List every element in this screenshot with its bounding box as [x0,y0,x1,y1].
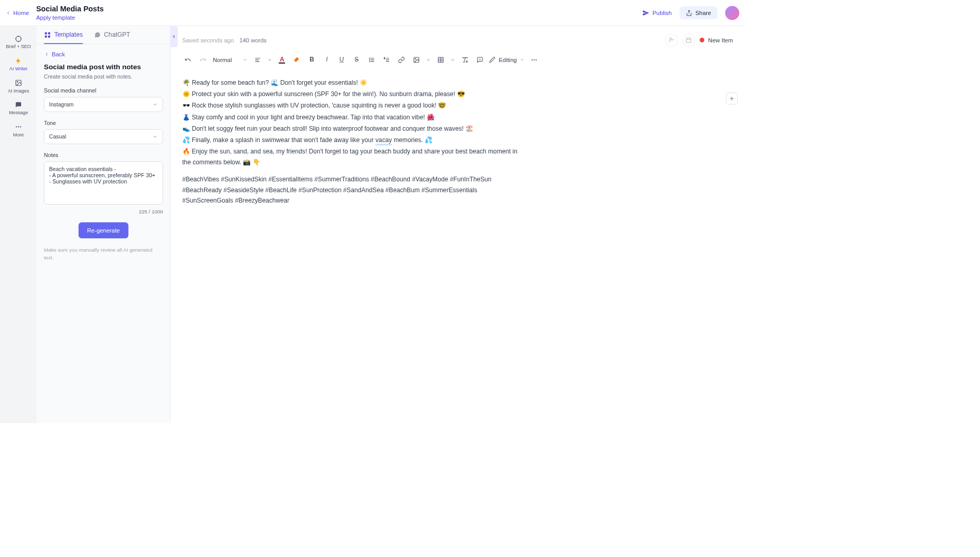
style-value: Normal [213,56,232,63]
comment-button[interactable] [474,54,485,65]
svg-rect-13 [45,36,47,38]
publish-button[interactable]: Publish [642,9,672,17]
document-body[interactable]: 🌴 Ready for some beach fun? 🌊 Don't forg… [170,70,539,214]
svg-rect-11 [45,33,47,35]
doc-line: 🕶️ Rock those stylish sunglasses with UV… [182,100,524,111]
undo-button[interactable] [182,54,193,65]
underline-button[interactable]: U [336,54,347,65]
avatar[interactable] [725,6,739,20]
align-button[interactable] [252,54,263,65]
chatgpt-icon [94,32,101,39]
spellcheck-word[interactable]: vacay [376,136,392,143]
share-button[interactable]: Share [680,6,718,19]
apply-template-link[interactable]: Apply template [36,14,104,21]
align-left-icon [254,56,261,63]
notes-textarea[interactable] [44,161,163,205]
svg-point-45 [532,59,533,60]
title-block: Social Media Posts Apply template [36,5,104,21]
tab-chatgpt[interactable]: ChatGPT [94,32,130,44]
chevron-down-icon [520,57,524,62]
doc-line: 🌞 Protect your skin with a powerful suns… [182,89,524,100]
panel-title: Social media post with notes [44,63,163,71]
publish-label: Publish [652,9,672,16]
bullet-list-button[interactable] [366,54,377,65]
char-count: 225 / 1000 [44,209,163,214]
bold-button[interactable]: B [306,54,317,65]
plus-icon [729,96,735,102]
user-plus-icon [668,37,674,43]
svg-text:1: 1 [384,57,385,59]
style-select[interactable]: Normal [212,56,248,63]
table-button[interactable] [435,54,446,65]
chevron-down-icon [450,56,456,63]
regenerate-button[interactable]: Re-generate [79,222,129,238]
svg-point-9 [18,126,19,127]
page-title: Social Media Posts [36,5,104,13]
channel-select[interactable]: Instagram [44,97,163,112]
rail-label: AI Writer [9,66,27,72]
numbered-list-button[interactable]: 1 [381,54,392,65]
chevron-down-icon [152,102,158,107]
doc-line: 🔥 Enjoy the sun, sand, and sea, my frien… [182,146,524,167]
back-link[interactable]: Back [44,51,163,57]
templates-icon [44,32,51,39]
calendar-ghost-button[interactable] [682,34,695,46]
tone-value: Casual [49,133,66,140]
strike-icon: S [354,56,359,64]
image-dropdown[interactable] [426,54,431,65]
more-icon [531,56,537,63]
rail-label: Message [9,110,28,116]
share-label: Share [695,9,711,16]
chat-icon [15,101,22,109]
target-icon [15,35,22,42]
rail-ai-images[interactable]: AI Images [3,75,34,98]
rail-brief-seo[interactable]: Brief + SEO [3,32,34,54]
rail-message[interactable]: Message [3,97,34,119]
chevron-left-icon [44,51,50,57]
highlight-button[interactable] [291,54,302,65]
editing-label: Editing [499,56,517,63]
doc-line: 💦 Finally, make a splash in swimwear tha… [182,135,524,146]
add-comment-button[interactable] [726,92,738,104]
clear-format-button[interactable] [459,54,470,65]
font-color-button[interactable]: A [276,54,287,65]
image-button[interactable] [411,54,422,65]
svg-point-47 [535,59,536,60]
rail-more[interactable]: More [3,119,34,142]
chevron-down-icon [267,56,273,63]
pencil-icon [489,56,495,63]
doc-hashtags: #BeachVibes #SunKissedSkin #EssentialIte… [182,174,524,206]
highlighter-icon [293,56,300,63]
share-icon [686,10,692,16]
home-link[interactable]: Home [6,9,29,16]
doc-line: 👗 Stay comfy and cool in your light and … [182,112,524,122]
new-item-label[interactable]: New Item [708,37,733,43]
more-toolbar-button[interactable] [528,54,539,65]
saved-text: Saved seconds ago [182,37,234,43]
doc-line: 👟 Don't let soggy feet ruin your beach s… [182,123,524,134]
calendar-icon [686,37,692,43]
chevron-down-icon [243,57,247,62]
add-people-ghost-button[interactable] [665,34,677,46]
word-count: 140 words [239,37,267,43]
tone-select[interactable]: Casual [44,129,163,144]
strike-button[interactable]: S [351,54,362,65]
link-button[interactable] [396,54,407,65]
rail-ai-writer[interactable]: AI Writer [3,53,34,75]
svg-point-25 [369,58,370,58]
topbar: Home Social Media Posts Apply template P… [0,0,745,26]
tab-templates[interactable]: Templates [44,32,83,44]
italic-button[interactable]: I [321,54,332,65]
chevron-left-icon [6,10,11,16]
rail-label: Brief + SEO [6,44,31,50]
editing-mode-button[interactable]: Editing [489,56,524,63]
svg-point-46 [534,59,535,60]
align-dropdown[interactable] [267,54,273,65]
back-label: Back [52,51,65,57]
underline-icon: U [339,56,344,64]
svg-point-36 [415,58,416,59]
home-label: Home [13,9,29,16]
table-dropdown[interactable] [450,54,456,65]
redo-button[interactable] [197,54,208,65]
redo-icon [199,56,206,63]
